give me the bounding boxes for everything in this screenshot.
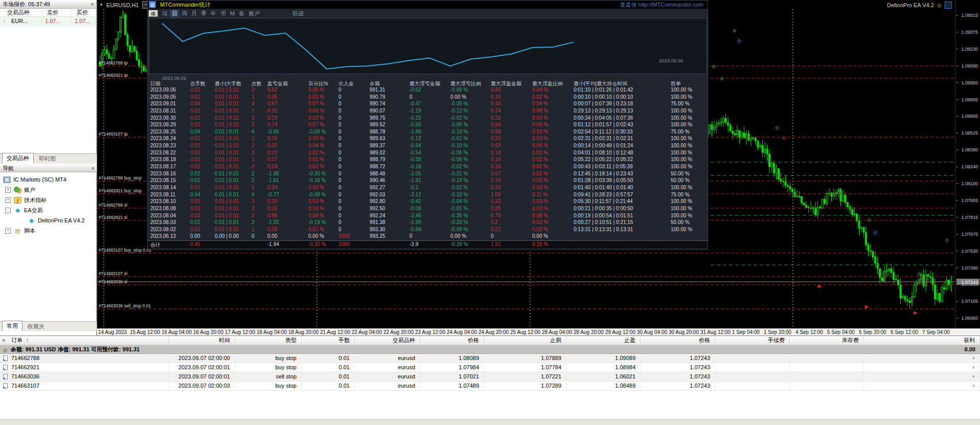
stats-cell: 0:05:30 | 0:11:57 | 0:21:44	[574, 198, 633, 204]
stats-cell: -0.02 %	[450, 185, 468, 190]
orders-column-price-open[interactable]: 价格	[420, 336, 484, 345]
stats-row: 2023.08.290.020.01 | 0.0120.740.07 %0989…	[148, 122, 708, 129]
toolbar-track-button[interactable]: 轨迹	[290, 10, 306, 17]
tree-toggle-icon[interactable]: -	[5, 208, 11, 213]
orders-column-lots[interactable]: 手数	[302, 336, 355, 345]
orders-column-type[interactable]: 类型	[235, 336, 302, 345]
order-cell-lots: 0.01	[302, 372, 355, 381]
toolbar-summary-button[interactable]: 综	[160, 10, 170, 17]
order-row[interactable]: 7146629212023.09.07 02:00:01buy stop0.01…	[0, 363, 980, 372]
stats-cell: 2	[252, 143, 255, 148]
tree-item-account-server[interactable]: ▦IC Markets (SC) MT4	[0, 174, 97, 185]
delete-order-icon[interactable]: ×	[972, 365, 975, 370]
order-row[interactable]: 7146630362023.09.07 02:00:01sell stop0.0…	[0, 372, 980, 382]
stats-total-cell: -0.20 %	[308, 241, 326, 247]
tree-item-indicators[interactable]: +f技术指标	[0, 195, 97, 205]
orders-column-tp[interactable]: 止盈	[566, 336, 641, 345]
toolbar-yearly-button[interactable]: 年	[209, 10, 218, 17]
stats-row: 2023.08.040.030.01 | 0.0130.860.09 %0992…	[148, 213, 708, 220]
time-axis-label: 24 Aug 20:00	[478, 329, 509, 335]
stats-cell: 0	[338, 108, 341, 114]
stats-cell: 0:12:45 | 0:18:14 | 0:23:43	[574, 171, 633, 176]
stats-cell: 0.01 | 0.01	[215, 156, 239, 162]
orders-column-commission[interactable]: 手续费	[715, 336, 790, 345]
close-icon[interactable]: ×	[91, 0, 94, 8]
close-icon[interactable]: ×	[2, 336, 5, 345]
order-doc-icon	[3, 383, 8, 389]
orders-column-profit[interactable]: 获利	[864, 336, 980, 345]
close-icon[interactable]: ×	[92, 164, 95, 172]
stats-cell: 0.03 %	[308, 136, 324, 141]
order-cell-symbol: eurusd	[355, 372, 420, 381]
stats-total-cell: 1.51	[491, 241, 500, 247]
stats-cell: 0:01:10 | 0:01:26 | 0:01:42	[574, 87, 633, 93]
toolbar-monthly-button[interactable]: 月	[189, 10, 199, 17]
mtcommander-link[interactable]: 复盘侠 http://MTCommander.com	[620, 1, 703, 9]
order-annotation-label: #714663107 sl	[99, 271, 127, 276]
order-row[interactable]: 7146627882023.09.07 02:00:00buy stop0.01…	[0, 354, 980, 363]
stats-total-row: 合计0.45-1.94-0.20 %1000-3.9-0.39 %1.510.1…	[148, 240, 708, 249]
orders-column-price-current[interactable]: 价格	[641, 336, 715, 345]
stats-cell: 4	[252, 101, 255, 106]
order-row[interactable]: 7146631072023.09.07 02:00:03buy stop0.01…	[0, 382, 980, 391]
toolbar-magic-button[interactable]: M	[228, 10, 237, 17]
time-axis-label: 18 Aug 04:00	[257, 329, 287, 335]
stats-cell: -0.08 %	[308, 192, 326, 197]
toolbar-quarterly-button[interactable]: 季	[199, 10, 209, 17]
tab-favorites[interactable]: 收藏夹	[24, 322, 49, 331]
orders-column-sl[interactable]: 止损	[484, 336, 566, 345]
toolbar-weekly-button[interactable]: 周	[179, 10, 189, 17]
chevron-down-icon[interactable]: ▼	[99, 3, 103, 7]
dock-bottom-tabs: 常用收藏夹	[0, 321, 97, 331]
tree-item-deltonpro[interactable]: ◆DeltonPro EA V4.2	[0, 215, 97, 226]
market-watch-row[interactable]: ↓EUR...1.07...1.07...	[0, 17, 96, 26]
order-annotation-label: #714662921 sl	[99, 215, 127, 220]
tree-item-experts[interactable]: -◆EA交易	[0, 205, 97, 215]
stats-cell: 0.43	[491, 101, 500, 106]
toolbar-account-button[interactable]: 账户	[246, 10, 262, 17]
orders-column-symbol[interactable]: 交易品种	[355, 336, 420, 345]
stats-cell: -0.77	[267, 192, 279, 197]
tree-toggle-icon[interactable]: +	[5, 187, 11, 193]
delete-order-icon[interactable]: ×	[972, 383, 975, 389]
stats-cell: 0	[491, 233, 494, 239]
toolbar-daily-button[interactable]: 日	[170, 10, 179, 17]
stats-row: 2023.08.230.020.01 | 0.0120.350.04 %0989…	[148, 143, 708, 150]
tab-symbols[interactable]: 交易品种	[2, 153, 34, 164]
stats-cell: 0.07 %	[308, 122, 324, 127]
time-axis-label: 29 Aug 12:00	[605, 329, 635, 335]
stats-cell: 0.01 | 0.01	[215, 129, 239, 135]
price-tick-label: 1.08950	[961, 80, 978, 85]
order-cell-swap	[790, 372, 864, 381]
tree-toggle-icon[interactable]: +	[5, 228, 11, 234]
tree-item-accounts[interactable]: +账户	[0, 185, 97, 195]
toolbar-comment-button[interactable]: 备	[237, 10, 246, 17]
tree-item-scripts[interactable]: +▤脚本	[0, 226, 97, 236]
stats-total-cell: -3.9	[409, 241, 418, 247]
move-button[interactable]: 移	[149, 10, 158, 17]
stats-cell: 0.25	[491, 206, 500, 211]
orders-column-swap[interactable]: 库存费	[790, 336, 864, 345]
stats-cell: 0.32	[491, 198, 500, 204]
stats-cell: 989.52	[370, 122, 385, 127]
stats-cell: 0.16	[491, 156, 500, 162]
order-annotation-label: #714663036 sell_stop 0.01	[99, 303, 151, 308]
tree-toggle-icon[interactable]: +	[5, 197, 11, 203]
tab-common[interactable]: 常用	[2, 321, 22, 331]
stats-cell: 2023.08.11	[150, 192, 175, 197]
tab-tick-chart[interactable]: 即时图	[35, 154, 60, 164]
ea-badge: DeltonPro EA V4.2 ☺	[887, 2, 952, 9]
delete-order-icon[interactable]: ×	[972, 374, 975, 379]
stats-cell: 3	[252, 213, 255, 218]
stats-cell: 0	[338, 206, 341, 211]
orders-column-order[interactable]: 订单/	[0, 336, 169, 345]
toolbar-currency-button[interactable]: 币	[218, 10, 228, 17]
stats-cell: 0:00:10 | 0:00:10 | 0:00:10	[574, 94, 633, 100]
orders-column-time[interactable]: 时间	[169, 336, 235, 345]
stats-cell: -1.81	[267, 177, 279, 183]
panel-icon: ▤	[149, 1, 156, 8]
stats-cell: 0	[338, 143, 341, 148]
stats-cell: 0.00 %	[532, 233, 548, 239]
trade-marker-icon	[738, 39, 741, 42]
delete-order-icon[interactable]: ×	[972, 355, 975, 361]
